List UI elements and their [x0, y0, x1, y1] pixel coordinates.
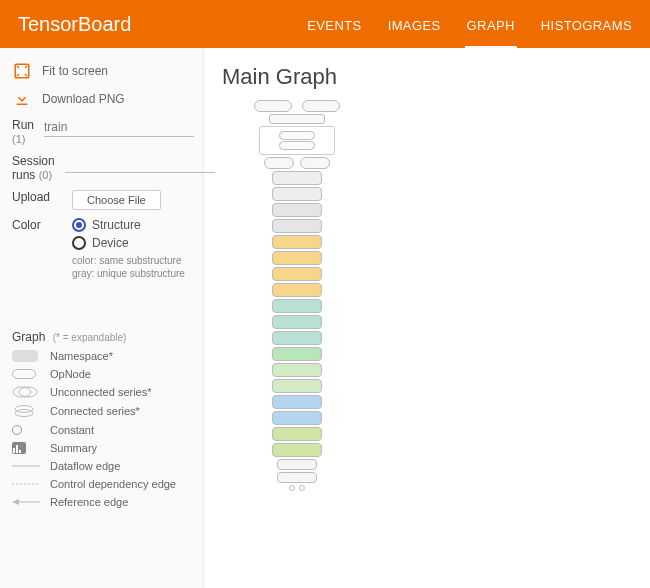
color-option-structure-label: Structure	[92, 218, 141, 232]
legend-item: Reference edge	[50, 496, 128, 508]
fit-screen-icon	[12, 62, 32, 80]
tab-images[interactable]: IMAGES	[388, 2, 441, 47]
graph-node[interactable]	[269, 114, 325, 124]
color-option-device-label: Device	[92, 236, 129, 250]
fit-to-screen-button[interactable]: Fit to screen	[42, 64, 108, 78]
color-radio-device[interactable]: Device	[72, 236, 193, 250]
radio-checked-icon	[72, 218, 86, 232]
graph-node[interactable]	[254, 100, 292, 112]
summary-shape-icon	[12, 442, 42, 454]
upload-label: Upload	[12, 190, 62, 204]
legend-item: Summary	[50, 442, 97, 454]
graph-node[interactable]	[272, 299, 322, 313]
legend-item: Control dependency edge	[50, 478, 176, 490]
session-runs-select[interactable]	[65, 154, 215, 173]
graph-node[interactable]	[272, 347, 322, 361]
graph-node[interactable]	[272, 267, 322, 281]
svg-marker-8	[12, 499, 19, 505]
graph-node[interactable]	[272, 411, 322, 425]
color-hint-2: gray: unique substructure	[72, 267, 193, 280]
graph-group[interactable]	[259, 126, 335, 155]
graph-node[interactable]	[272, 315, 322, 329]
graph-node[interactable]	[272, 171, 322, 185]
main-graph-title: Main Graph	[222, 64, 632, 90]
run-count: (1)	[12, 133, 25, 145]
tab-histograms[interactable]: HISTOGRAMS	[541, 2, 632, 47]
connected-series-shape-icon	[12, 404, 42, 418]
constant-shape-icon	[12, 425, 42, 435]
dataflow-edge-icon	[12, 464, 42, 468]
color-label: Color	[12, 218, 62, 232]
graph-node[interactable]	[272, 395, 322, 409]
reference-edge-icon	[12, 498, 42, 506]
legend-item: Connected series*	[50, 405, 140, 417]
unconnected-series-shape-icon	[12, 386, 42, 398]
legend-title: Graph	[12, 330, 45, 344]
legend-item: Constant	[50, 424, 94, 436]
legend-item: OpNode	[50, 368, 91, 380]
download-png-button[interactable]: Download PNG	[42, 92, 125, 106]
graph-node[interactable]	[272, 427, 322, 441]
tab-events[interactable]: EVENTS	[307, 2, 361, 47]
brand-title: TensorBoard	[18, 13, 307, 36]
run-select[interactable]	[44, 118, 194, 137]
graph-node[interactable]	[277, 459, 317, 470]
graph-node[interactable]	[272, 331, 322, 345]
namespace-shape-icon	[12, 350, 42, 362]
graph-node[interactable]	[277, 472, 317, 483]
graph-node[interactable]	[272, 283, 322, 297]
graph-node[interactable]	[272, 187, 322, 201]
graph-node[interactable]	[272, 219, 322, 233]
graph-node[interactable]	[264, 157, 294, 169]
opnode-shape-icon	[12, 369, 42, 379]
legend-item: Namespace*	[50, 350, 113, 362]
graph-node[interactable]	[300, 157, 330, 169]
legend-note: (* = expandable)	[53, 332, 127, 343]
legend-item: Dataflow edge	[50, 460, 120, 472]
legend-item: Unconnected series*	[50, 386, 152, 398]
choose-file-button[interactable]: Choose File	[72, 190, 161, 210]
graph-node[interactable]	[272, 379, 322, 393]
graph-node[interactable]	[302, 100, 340, 112]
radio-unchecked-icon	[72, 236, 86, 250]
color-radio-structure[interactable]: Structure	[72, 218, 193, 232]
session-runs-count: (0)	[39, 169, 52, 181]
run-label: Run	[12, 118, 34, 132]
control-edge-icon	[12, 482, 42, 486]
color-hint-1: color: same substructure	[72, 254, 193, 267]
graph-node[interactable]	[272, 251, 322, 265]
graph-node[interactable]	[272, 363, 322, 377]
graph-node[interactable]	[272, 203, 322, 217]
download-icon	[12, 90, 32, 108]
graph-node[interactable]	[272, 235, 322, 249]
graph-node[interactable]	[272, 443, 322, 457]
tab-graph[interactable]: GRAPH	[467, 2, 515, 47]
graph-canvas[interactable]	[232, 100, 362, 491]
